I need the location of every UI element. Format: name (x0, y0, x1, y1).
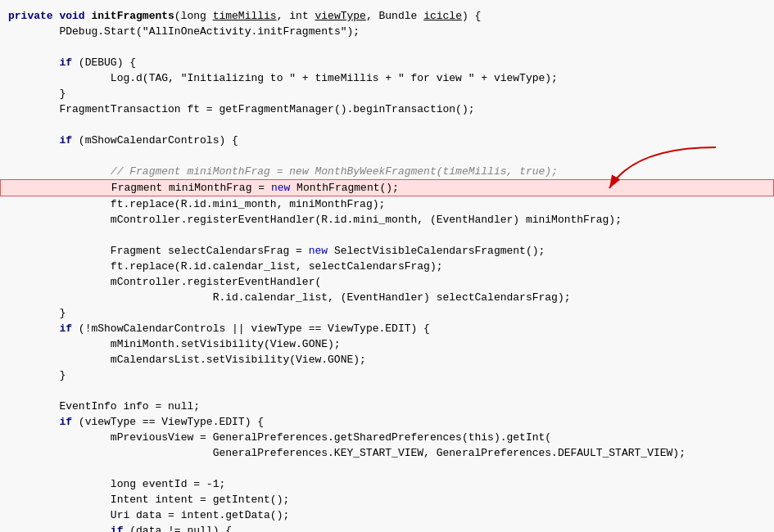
code-line: // Fragment miniMonthFrag = new MonthByW… (0, 164, 774, 179)
token: } (59, 305, 66, 321)
token: (!mShowCalendarControls || viewType == V… (72, 321, 430, 336)
token: icicle (423, 8, 462, 24)
code-line: long eventId = -1; (0, 476, 774, 492)
indent (8, 507, 111, 523)
code-line (0, 228, 774, 243)
token: mCalendarsList.setVisibility(View.GONE); (111, 352, 366, 367)
code-line: } (0, 305, 774, 321)
token: // (111, 164, 129, 179)
code-line: Fragment miniMonthFrag = new MonthFragme… (0, 179, 774, 196)
code-line: mMiniMonth.setVisibility(View.GONE); (0, 336, 774, 352)
token: MonthByWeekFragment(timeMillis, true); (309, 164, 558, 179)
indent (8, 70, 111, 86)
token: (mShowCalendarControls) { (72, 133, 238, 148)
token: (DEBUG) { (72, 55, 136, 70)
code-line: R.id.calendar_list, (EventHandler) selec… (0, 290, 774, 305)
token: miniMonthFrag (169, 180, 251, 196)
indent (8, 133, 59, 148)
indent (8, 414, 59, 430)
code-line: mPreviousView = GeneralPreferences.getSh… (0, 430, 774, 445)
indent (9, 180, 111, 196)
token: SelectVisibleCalendarsFragment(); (328, 243, 545, 259)
code-line: FragmentTransaction ft = getFragmentMana… (0, 101, 774, 117)
token: private void (8, 8, 91, 24)
code-line: } (0, 367, 774, 383)
indent (8, 367, 59, 383)
token: Fragment (111, 180, 169, 196)
indent (8, 259, 111, 274)
code-line (0, 383, 774, 399)
token: viewType (315, 8, 365, 24)
token: = (251, 180, 270, 196)
code-line: if (data != null) { (0, 523, 774, 532)
token: if (59, 321, 72, 336)
token: long eventId = -1; (111, 476, 225, 492)
code-line (0, 117, 774, 133)
code-line: Intent intent = getIntent(); (0, 492, 774, 507)
indent (8, 336, 111, 352)
code-line: PDebug.Start("AllInOneActivity.initFragm… (0, 24, 774, 39)
token: Intent intent = getIntent(); (111, 492, 289, 507)
token: = null; (149, 399, 200, 414)
code-line: Log.d(TAG, "Initializing to " + timeMill… (0, 70, 774, 86)
token: ft.replace(R.id.mini_month, miniMonthFra… (111, 196, 385, 212)
indent (8, 86, 59, 101)
code-line: mCalendarsList.setVisibility(View.GONE); (0, 352, 774, 367)
token: (long (174, 8, 213, 24)
code-line: ft.replace(R.id.calendar_list, selectCal… (0, 259, 774, 274)
code-line: EventInfo info = null; (0, 399, 774, 414)
indent (8, 476, 111, 492)
code-line (0, 39, 774, 55)
code-line: Uri data = intent.getData(); (0, 507, 774, 523)
code-line: mController.registerEventHandler(R.id.mi… (0, 212, 774, 228)
token: , Bundle (366, 8, 423, 24)
code-line: if (mShowCalendarControls) { (0, 133, 774, 148)
token: info (123, 399, 148, 414)
code-line: GeneralPreferences.KEY_START_VIEW, Gener… (0, 445, 774, 461)
token: if (59, 133, 72, 148)
indent (8, 274, 111, 290)
token: FragmentTransaction ft = getFragmentMana… (59, 101, 474, 117)
token: new (271, 180, 290, 196)
token: mController.registerEventHandler( (111, 274, 321, 290)
token: timeMillis (213, 8, 277, 24)
token: if (59, 414, 72, 430)
code-line: if (viewType == ViewType.EDIT) { (0, 414, 774, 430)
token: } (59, 86, 66, 101)
token: Log.d(TAG, "Initializing to " + timeMill… (111, 70, 558, 86)
token: GeneralPreferences.KEY_START_VIEW, Gener… (213, 445, 686, 461)
indent (8, 212, 111, 228)
code-editor: private void initFragments(long timeMill… (0, 0, 774, 532)
code-line: private void initFragments(long timeMill… (0, 8, 774, 24)
token: if (59, 55, 72, 70)
token: ) { (462, 8, 481, 24)
token: } (59, 367, 66, 383)
indent (8, 55, 59, 70)
code-content: private void initFragments(long timeMill… (0, 8, 774, 532)
indent (8, 430, 111, 445)
code-line (0, 148, 774, 164)
token: mMiniMonth.setVisibility(View.GONE); (111, 336, 341, 352)
token: PDebug.Start("AllInOneActivity.initFragm… (59, 24, 360, 39)
indent (8, 24, 59, 39)
token: new (309, 243, 328, 259)
token: if (111, 523, 124, 532)
indent (8, 243, 111, 259)
code-line: if (!mShowCalendarControls || viewType =… (0, 321, 774, 336)
code-line (0, 461, 774, 476)
token: ft.replace(R.id.calendar_list, selectCal… (111, 259, 443, 274)
token: new (289, 164, 308, 179)
token: initFragments (91, 8, 174, 24)
token: (data != null) { (123, 523, 232, 532)
code-line: ft.replace(R.id.mini_month, miniMonthFra… (0, 196, 774, 212)
token: mController.registerEventHandler(R.id.mi… (111, 212, 622, 228)
indent (8, 196, 111, 212)
code-line: if (DEBUG) { (0, 55, 774, 70)
indent (8, 492, 111, 507)
indent (8, 101, 59, 117)
indent (8, 305, 59, 321)
token: Fragment miniMonthFrag = (129, 164, 289, 179)
token: R.id.calendar_list, (EventHandler) selec… (213, 290, 571, 305)
indent (8, 321, 59, 336)
indent (8, 352, 111, 367)
